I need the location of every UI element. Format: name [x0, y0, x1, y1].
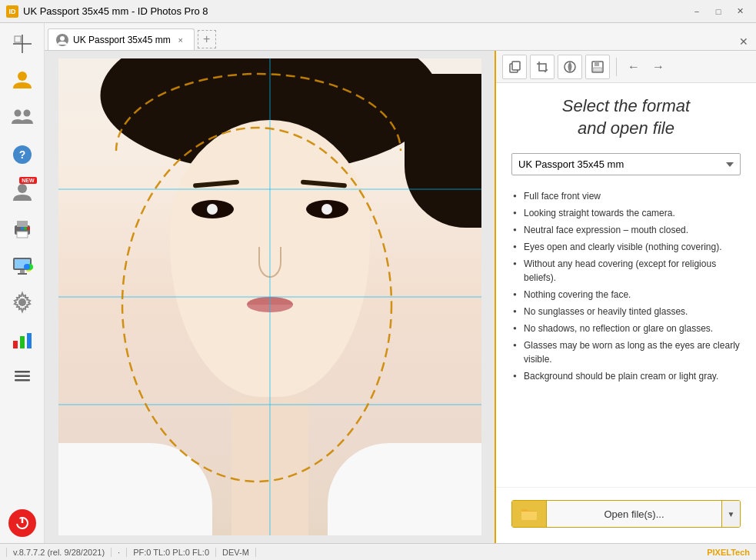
titlebar-title: UK Passport 35x45 mm - ID Photos Pro 8 — [23, 5, 208, 17]
photo-panel — [45, 51, 495, 543]
tab-bar: UK Passport 35x45 mm × + ✕ — [45, 23, 756, 51]
open-file-area: Open file(s)... ▼ — [496, 487, 756, 543]
svg-rect-18 — [18, 273, 27, 275]
requirements-list: Full face front view Looking straight to… — [511, 188, 741, 385]
req-item: Without any head covering (except for re… — [511, 255, 741, 286]
svg-rect-17 — [20, 270, 25, 273]
sidebar-item-stats[interactable] — [5, 322, 40, 357]
sidebar-item-menu[interactable] — [5, 358, 40, 394]
info-icon: ? — [10, 142, 35, 167]
svg-rect-11 — [17, 232, 28, 238]
sidebar-item-info[interactable]: ? — [5, 137, 40, 172]
svg-rect-2 — [15, 36, 21, 42]
nav-back-button[interactable]: ← — [623, 56, 644, 78]
crop-button[interactable] — [530, 55, 555, 79]
svg-point-12 — [27, 227, 30, 230]
version-label: v.8.7.7.2 (rel. 9/28/2021) — [6, 548, 112, 557]
pf-status: PF:0 TL:0 PL:0 FL:0 — [127, 548, 216, 557]
svg-text:?: ? — [18, 148, 25, 161]
titlebar: ID UK Passport 35x45 mm - ID Photos Pro … — [0, 0, 756, 23]
eyebrow-left — [192, 179, 238, 188]
copy-button[interactable] — [502, 55, 527, 79]
svg-point-14 — [21, 227, 24, 230]
svg-point-31 — [60, 36, 65, 41]
sidebar: ? NEW — [0, 23, 45, 543]
monitor-icon — [10, 253, 35, 278]
nav-forward-button[interactable]: → — [648, 56, 669, 78]
open-file-label: Open file(s)... — [546, 501, 721, 527]
svg-rect-23 — [13, 341, 18, 348]
svg-rect-48 — [594, 62, 599, 66]
svg-point-13 — [24, 227, 27, 230]
person-icon — [10, 68, 35, 93]
toolbar-separator — [616, 58, 617, 76]
adjust-button[interactable] — [558, 55, 582, 79]
new-tab-button[interactable]: + — [198, 30, 216, 48]
nose — [258, 247, 281, 278]
req-item: Nothing covering the face. — [511, 286, 741, 303]
svg-point-21 — [24, 264, 30, 270]
tab-label: UK Passport 35x45 mm — [73, 35, 171, 45]
svg-rect-24 — [20, 336, 25, 348]
hair-right — [405, 74, 481, 228]
svg-rect-25 — [27, 333, 32, 348]
close-button[interactable]: ✕ — [730, 4, 750, 19]
sidebar-item-settings[interactable] — [5, 285, 40, 320]
titlebar-controls: − □ ✕ — [687, 4, 750, 19]
menu-icon — [10, 364, 35, 388]
req-item: Eyes open and clearly visible (nothing c… — [511, 238, 741, 255]
document-tab[interactable]: UK Passport 35x45 mm × — [48, 28, 195, 50]
shoulder-left — [58, 443, 212, 535]
lips — [247, 297, 293, 312]
app-container: ? NEW — [0, 23, 756, 560]
sidebar-item-add[interactable] — [5, 26, 40, 62]
eye-right — [306, 200, 348, 218]
req-item: No shadows, no reflection or glare on gl… — [511, 320, 741, 337]
sidebar-item-monitor[interactable] — [5, 248, 40, 283]
svg-point-8 — [18, 184, 27, 193]
req-item: No sunglasses or heavily tinted glasses. — [511, 303, 741, 320]
statusbar: v.8.7.7.2 (rel. 9/28/2021) · PF:0 TL:0 P… — [0, 543, 756, 560]
content-area: UK Passport 35x45 mm × + ✕ — [45, 23, 756, 543]
format-dropdown[interactable]: UK Passport 35x45 mm — [511, 153, 741, 175]
app-icon: ID — [6, 5, 18, 18]
group-icon — [10, 105, 35, 130]
svg-point-4 — [14, 110, 21, 117]
content-split: ← → Select the format and open file UK P… — [45, 51, 756, 543]
gear-icon — [10, 290, 35, 315]
separator-label: · — [112, 548, 127, 557]
svg-rect-27 — [15, 375, 30, 378]
open-file-arrow[interactable]: ▼ — [721, 501, 740, 527]
new-badge: NEW — [19, 177, 36, 184]
shoulder-right — [328, 443, 481, 535]
dev-status: DEV-M — [216, 548, 256, 557]
minimize-button[interactable]: − — [687, 4, 707, 19]
face — [170, 120, 370, 397]
right-toolbar: ← → — [496, 51, 756, 83]
maximize-button[interactable]: □ — [708, 4, 728, 19]
sidebar-item-new-person[interactable]: NEW — [5, 174, 40, 209]
save-icon — [591, 60, 604, 74]
copy-icon — [508, 60, 521, 74]
req-item: Full face front view — [511, 188, 741, 205]
folder-icon — [512, 501, 546, 527]
tab-icon — [56, 34, 68, 46]
tab-close-button[interactable]: × — [175, 35, 186, 45]
req-item: Glasses may be worn as long as the eyes … — [511, 337, 741, 368]
req-item: Neutral face expression – mouth closed. — [511, 222, 741, 238]
open-file-button[interactable]: Open file(s)... ▼ — [511, 500, 741, 528]
close-panel-button[interactable]: ✕ — [734, 33, 753, 50]
svg-point-22 — [18, 298, 26, 306]
req-item: Looking straight towards the camera. — [511, 205, 741, 222]
eyebrow-right — [300, 179, 346, 188]
sidebar-item-group[interactable] — [5, 100, 40, 135]
sidebar-item-person[interactable] — [5, 63, 40, 98]
adjust-icon — [563, 60, 577, 74]
eye-left-white — [207, 204, 218, 215]
sidebar-item-power[interactable] — [8, 509, 36, 537]
main-area: ? NEW — [0, 23, 756, 543]
crop-icon — [535, 60, 549, 74]
sidebar-item-print[interactable] — [5, 211, 40, 246]
save-button[interactable] — [585, 55, 610, 79]
eye-right-white — [321, 204, 332, 215]
